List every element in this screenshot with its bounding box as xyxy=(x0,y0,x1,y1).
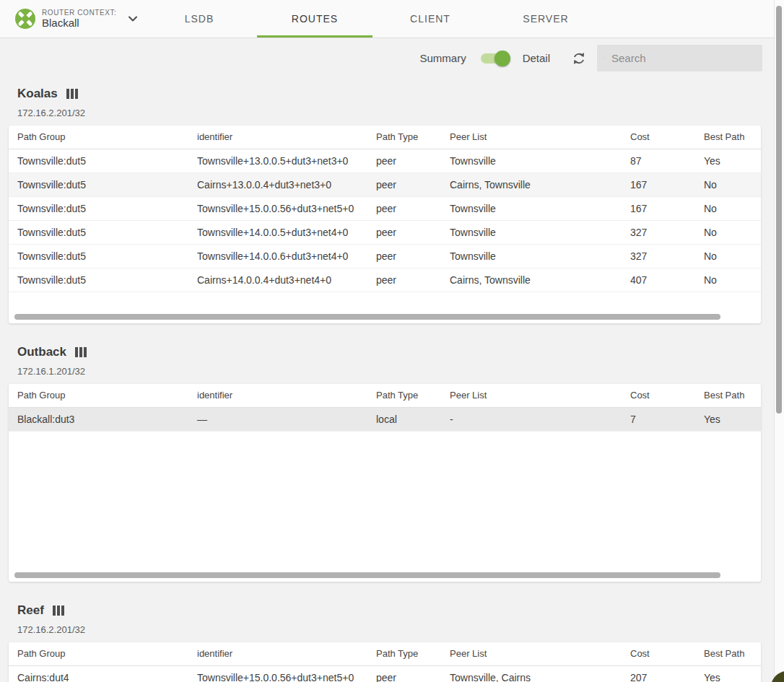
best-path-cell: Yes xyxy=(695,665,761,682)
column-header: Path Group xyxy=(9,126,188,149)
path-type-cell: peer xyxy=(367,220,441,244)
path-group-cell: Townsville:dut5 xyxy=(9,149,188,172)
peer-list-cell: Townsville xyxy=(441,149,622,172)
router-context-value: Blackall xyxy=(42,17,116,29)
router-context-text: ROUTER CONTEXT: Blackall xyxy=(42,9,116,30)
table-row[interactable]: Townsville:dut5Cairns+14.0.0.4+dut3+net4… xyxy=(9,268,761,292)
best-path-cell: No xyxy=(695,220,761,244)
table-row[interactable]: Blackall:dut3—local-7Yes xyxy=(9,407,761,431)
best-path-cell: No xyxy=(695,268,761,292)
path-group-cell: Townsville:dut5 xyxy=(9,220,188,244)
path-group-cell: Townsville:dut5 xyxy=(9,268,188,292)
table-row[interactable]: Townsville:dut5Townsville+14.0.0.5+dut3+… xyxy=(9,220,761,244)
column-header: identifier xyxy=(188,384,367,407)
peer-list-cell: - xyxy=(441,407,622,431)
columns-icon[interactable] xyxy=(75,347,87,357)
columns-icon[interactable] xyxy=(66,89,78,99)
peer-list-cell: Cairns, Townsville xyxy=(441,268,622,292)
section-subnet: 172.16.2.201/32 xyxy=(17,108,761,118)
chevron-down-icon[interactable] xyxy=(127,13,139,25)
routes-table-card: Path GroupidentifierPath TypePeer ListCo… xyxy=(9,642,761,682)
section-subnet: 172.16.2.201/32 xyxy=(17,624,761,635)
table-header-row: Path GroupidentifierPath TypePeer ListCo… xyxy=(9,384,761,407)
path-type-cell: peer xyxy=(367,196,441,220)
column-header: Cost xyxy=(622,642,695,665)
peer-list-cell: Townsville xyxy=(441,220,622,244)
column-header: Path Group xyxy=(9,384,188,407)
path-type-cell: peer xyxy=(367,172,441,196)
route-section: Reef 172.16.2.201/32 Path Groupidentifie… xyxy=(9,603,761,682)
table-row[interactable]: Townsville:dut5Townsville+13.0.0.5+dut3+… xyxy=(9,149,761,172)
identifier-cell: Cairns+14.0.0.4+dut3+net4+0 xyxy=(188,268,367,292)
best-path-cell: No xyxy=(695,196,761,220)
cost-cell: 327 xyxy=(622,220,695,244)
path-type-cell: peer xyxy=(367,268,441,292)
peer-list-cell: Townsville, Cairns xyxy=(441,665,622,682)
section-title: Koalas xyxy=(17,87,58,101)
summary-detail-toggle[interactable] xyxy=(481,51,508,66)
peer-list-cell: Townsville xyxy=(441,244,622,268)
refresh-button[interactable] xyxy=(570,50,588,67)
tab-routes[interactable]: ROUTES xyxy=(257,0,373,38)
search-icon xyxy=(604,52,605,64)
identifier-cell: Cairns+13.0.0.4+dut3+net3+0 xyxy=(188,172,367,196)
peer-list-cell: Townsville xyxy=(441,196,622,220)
routes-table: Path GroupidentifierPath TypePeer ListCo… xyxy=(9,642,761,682)
tab-server[interactable]: SERVER xyxy=(488,0,604,38)
router-context-selector[interactable]: ROUTER CONTEXT: Blackall xyxy=(0,0,141,38)
routes-table: Path GroupidentifierPath TypePeer ListCo… xyxy=(9,126,761,292)
best-path-cell: Yes xyxy=(695,149,761,172)
path-type-cell: local xyxy=(367,407,441,431)
column-header: Best Path xyxy=(695,126,761,149)
horizontal-scrollbar[interactable] xyxy=(14,314,720,320)
section-title: Outback xyxy=(17,345,66,359)
best-path-cell: No xyxy=(695,244,761,268)
column-header: Best Path xyxy=(695,384,761,407)
horizontal-scrollbar[interactable] xyxy=(14,572,720,578)
column-header: Cost xyxy=(622,126,695,149)
routes-table-card: Path GroupidentifierPath TypePeer ListCo… xyxy=(9,126,761,323)
vertical-scrollbar[interactable] xyxy=(774,0,784,682)
path-group-cell: Cairns:dut4 xyxy=(9,665,188,682)
column-header: identifier xyxy=(188,642,367,665)
cost-cell: 167 xyxy=(622,196,695,220)
table-row[interactable]: Townsville:dut5Cairns+13.0.0.4+dut3+net3… xyxy=(9,172,761,196)
routes-table-card: Path GroupidentifierPath TypePeer ListCo… xyxy=(9,384,761,582)
table-header-row: Path GroupidentifierPath TypePeer ListCo… xyxy=(9,126,761,149)
identifier-cell: — xyxy=(188,407,367,431)
path-group-cell: Blackall:dut3 xyxy=(9,407,188,431)
cost-cell: 327 xyxy=(622,244,695,268)
column-header: identifier xyxy=(188,126,367,149)
tab-lsdb[interactable]: LSDB xyxy=(141,0,257,38)
column-header: Peer List xyxy=(441,126,622,149)
routes-toolbar: Summary Detail xyxy=(0,38,774,78)
top-bar: ROUTER CONTEXT: Blackall LSDB ROUTES CLI… xyxy=(0,0,774,38)
table-row[interactable]: Townsville:dut5Townsville+15.0.0.56+dut3… xyxy=(9,196,761,220)
section-subnet: 172.16.1.201/32 xyxy=(17,366,761,377)
column-header: Path Group xyxy=(9,642,188,665)
best-path-cell: Yes xyxy=(695,407,761,431)
cost-cell: 87 xyxy=(622,149,695,172)
search-box[interactable] xyxy=(597,45,762,71)
identifier-cell: Townsville+15.0.0.56+dut3+net5+0 xyxy=(188,196,367,220)
routes-table: Path GroupidentifierPath TypePeer ListCo… xyxy=(9,384,761,432)
app-window: ROUTER CONTEXT: Blackall LSDB ROUTES CLI… xyxy=(0,0,774,682)
columns-icon[interactable] xyxy=(53,606,64,616)
summary-label: Summary xyxy=(419,52,466,64)
column-header: Path Type xyxy=(367,642,441,665)
identifier-cell: Townsville+14.0.0.6+dut3+net4+0 xyxy=(188,244,367,268)
path-type-cell: peer xyxy=(367,244,441,268)
app-logo-icon xyxy=(15,9,35,29)
tab-client[interactable]: CLIENT xyxy=(373,0,488,38)
identifier-cell: Townsville+13.0.0.5+dut3+net3+0 xyxy=(188,149,367,172)
table-row[interactable]: Townsville:dut5Townsville+14.0.0.6+dut3+… xyxy=(9,244,761,268)
search-input[interactable] xyxy=(611,52,755,64)
route-section: Koalas 172.16.2.201/32 Path Groupidentif… xyxy=(9,87,761,323)
table-row[interactable]: Cairns:dut4Townsville+15.0.0.56+dut3+net… xyxy=(9,665,761,682)
vertical-scrollbar-thumb[interactable] xyxy=(776,6,782,414)
table-header-row: Path GroupidentifierPath TypePeer ListCo… xyxy=(9,642,761,665)
cost-cell: 167 xyxy=(622,172,695,196)
path-type-cell: peer xyxy=(367,149,441,172)
column-header: Peer List xyxy=(441,642,622,665)
column-header: Path Type xyxy=(367,384,441,407)
